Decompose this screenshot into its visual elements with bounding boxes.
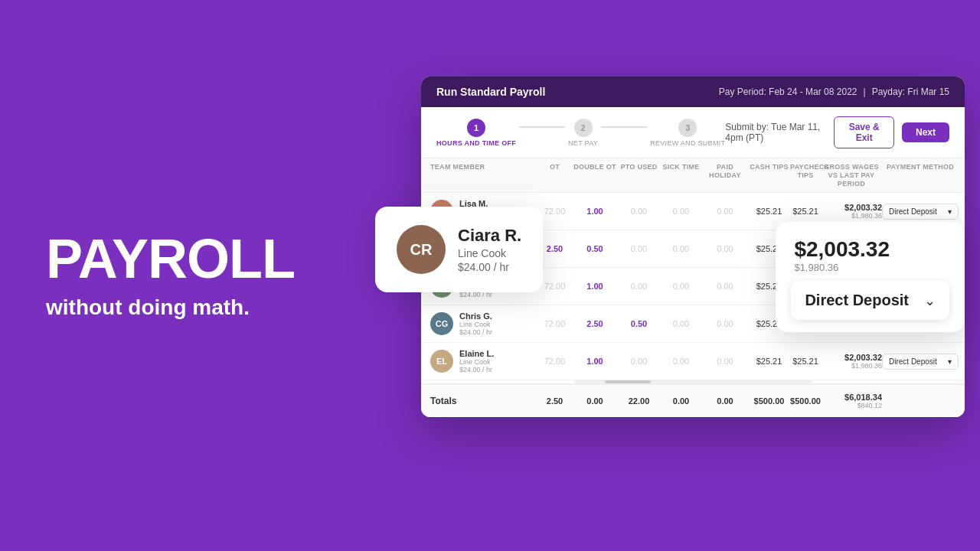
gross-main: $2,003.32 [821, 203, 882, 212]
cell-paycheck-tips[interactable]: $25.21 [790, 357, 821, 366]
submit-by: Submit by: Tue Mar 11, 4pm (PT) [725, 122, 826, 143]
step-1-label: HOURS AND TIME OFF [436, 139, 516, 147]
step-connector-1 [519, 126, 565, 128]
totals-gross: $6,018.34 $840.12 [821, 393, 882, 409]
step-3-circle: 3 [678, 119, 697, 137]
cell-double-ot[interactable]: 1.00 [572, 207, 618, 216]
floating-amount-prev: $1,980.36 [794, 262, 946, 273]
pipe-divider: | [864, 86, 866, 97]
totals-double-ot: 0.00 [572, 396, 618, 406]
cell-holiday[interactable]: 0.00 [702, 357, 748, 366]
hero-subtitle: without doing math. [46, 295, 295, 320]
cell-pto[interactable]: 0.00 [618, 357, 660, 366]
cell-pto[interactable]: 0.00 [618, 207, 660, 216]
next-button[interactable]: Next [902, 122, 949, 142]
member-role: Line Cook [459, 358, 494, 366]
member-name: Chris G. [459, 311, 492, 321]
table-row: EL Elaine L. Line Cook $24.00 / hr 72.00… [421, 343, 965, 380]
totals-sick: 0.00 [660, 396, 702, 406]
cell-pto[interactable]: 0.00 [618, 244, 660, 253]
totals-holiday: 0.00 [702, 396, 748, 406]
cell-holiday[interactable]: 0.00 [702, 282, 748, 291]
member-info: EL Elaine L. Line Cook $24.00 / hr [430, 349, 537, 373]
cell-sick[interactable]: 0.00 [660, 244, 702, 253]
cell-double-ot[interactable]: 1.00 [572, 282, 618, 291]
payment-method-select[interactable]: Direct Deposit ▾ [882, 354, 959, 370]
floating-amount-deposit-card: $2,003.32 $1,980.36 Direct Deposit ⌄ [776, 222, 965, 332]
avatar: EL [430, 350, 453, 373]
member-wage: $24.00 / hr [459, 328, 492, 336]
cell-ot[interactable]: 72.00 [537, 357, 572, 366]
pay-period: Pay Period: Feb 24 - Mar 08 2022 [719, 86, 858, 97]
col-pto: PTO Used [618, 163, 660, 187]
hero-section: PAYROLL without doing math. [46, 231, 295, 320]
step-2[interactable]: 2 NET PAY [568, 119, 598, 147]
cell-cash-tips[interactable]: $25.21 [748, 207, 790, 216]
cell-sick[interactable]: 0.00 [660, 319, 702, 328]
totals-paycheck-tips: $500.00 [790, 396, 821, 406]
floating-deposit-label: Direct Deposit [805, 292, 909, 309]
step-connector-2 [601, 126, 647, 128]
col-team-member: Team Member [430, 163, 537, 187]
app-title: Run Standard Payroll [436, 86, 545, 98]
cell-sick[interactable]: 0.00 [660, 282, 702, 291]
cell-double-ot[interactable]: 2.50 [572, 319, 618, 328]
step-3[interactable]: 3 REVIEW AND SUBMIT [650, 119, 725, 147]
col-ot: OT [537, 163, 572, 187]
cell-pto[interactable]: 0.00 [618, 282, 660, 291]
avatar-initials: EL [430, 350, 453, 373]
cell-holiday[interactable]: 0.00 [702, 319, 748, 328]
col-gross-wages: Gross Wages vs Last Pay Period [821, 163, 882, 187]
member-wage: $24.00 / hr [459, 366, 494, 373]
cell-cash-tips[interactable]: $25.21 [748, 357, 790, 366]
save-exit-button[interactable]: Save & Exit [834, 116, 894, 148]
cell-paycheck-tips[interactable]: $25.21 [790, 207, 821, 216]
gross-wages: $2,003.32 $1,980.36 [821, 203, 882, 220]
step-2-circle: 2 [574, 119, 593, 137]
steps-nav: 1 HOURS AND TIME OFF 2 NET PAY 3 REVIEW … [436, 119, 725, 147]
steps-actions: Submit by: Tue Mar 11, 4pm (PT) Save & E… [725, 116, 949, 148]
floating-employee-role: Line Cook [458, 247, 521, 259]
col-payment: Payment Method [882, 163, 959, 187]
member-details: Chris G. Line Cook $24.00 / hr [459, 311, 492, 336]
gross-prev: $1,980.36 [821, 362, 882, 370]
floating-amount-section: $2,003.32 $1,980.36 [794, 237, 946, 273]
floating-employee-wage: $24.00 / hr [458, 261, 521, 273]
step-1[interactable]: 1 HOURS AND TIME OFF [436, 119, 516, 147]
chevron-down-icon: ⌄ [924, 292, 936, 309]
cell-holiday[interactable]: 0.00 [702, 207, 748, 216]
cell-sick[interactable]: 0.00 [660, 357, 702, 366]
totals-gross-main: $6,018.34 [821, 393, 882, 402]
payment-chevron-icon: ▾ [948, 357, 952, 366]
header-right: Pay Period: Feb 24 - Mar 08 2022 | Payda… [719, 86, 949, 97]
floating-deposit-method[interactable]: Direct Deposit ⌄ [791, 281, 949, 320]
member-details: Elaine L. Line Cook $24.00 / hr [459, 349, 494, 373]
member-info: CG Chris G. Line Cook $24.00 / hr [430, 311, 537, 336]
payment-method-select[interactable]: Direct Deposit ▾ [882, 204, 959, 220]
cell-double-ot[interactable]: 1.00 [572, 357, 618, 366]
cell-double-ot[interactable]: 0.50 [572, 244, 618, 253]
steps-bar: 1 HOURS AND TIME OFF 2 NET PAY 3 REVIEW … [421, 107, 965, 158]
cell-ot[interactable]: 72.00 [537, 207, 572, 216]
totals-label: Totals [430, 396, 537, 406]
floating-employee-avatar: CR [397, 225, 446, 274]
floating-amount-main: $2,003.32 [794, 237, 946, 262]
cell-ot[interactable]: 72.00 [537, 319, 572, 328]
step-2-label: NET PAY [568, 139, 598, 147]
floating-employee-name: Ciara R. [458, 226, 521, 246]
col-double-ot: Double OT [572, 163, 618, 187]
cell-holiday[interactable]: 0.00 [702, 244, 748, 253]
gross-prev: $1,980.36 [821, 212, 882, 220]
totals-row: Totals 2.50 0.00 22.00 0.00 0.00 $500.00… [421, 383, 965, 417]
cell-pto[interactable]: 0.50 [618, 319, 660, 328]
scroll-thumb [605, 380, 651, 383]
cell-sick[interactable]: 0.00 [660, 207, 702, 216]
col-paycheck-tips: Paycheck Tips [790, 163, 821, 187]
table-header: Team Member OT Double OT PTO Used Sick T… [421, 158, 965, 193]
step-1-circle: 1 [467, 119, 485, 137]
totals-pto: 22.00 [618, 396, 660, 406]
member-role: Line Cook [459, 321, 492, 328]
cell-ot[interactable]: 72.00 [537, 282, 572, 291]
app-header: Run Standard Payroll Pay Period: Feb 24 … [421, 77, 965, 107]
col-holiday: Paid Holiday [702, 163, 748, 187]
